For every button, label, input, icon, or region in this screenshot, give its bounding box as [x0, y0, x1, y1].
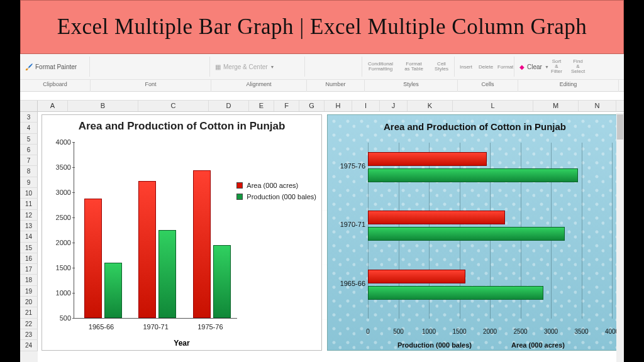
chart2-bar[interactable]: [368, 286, 543, 300]
row-header-12[interactable]: 12: [20, 210, 38, 221]
row-header-7[interactable]: 7: [20, 155, 38, 166]
column-header-N[interactable]: N: [579, 101, 616, 111]
worksheet: ABCDEFGHIJKLMN 3456789101112131415161718…: [20, 92, 624, 362]
legend-swatch-red: [236, 182, 243, 189]
legend-label-production: Production (000 bales): [247, 193, 316, 200]
chart2-bar[interactable]: [368, 211, 505, 224]
chart1-ytick: 1500: [45, 264, 71, 272]
cell-styles-button[interactable]: Cell Styles: [429, 60, 454, 73]
chart1-bar[interactable]: [104, 263, 122, 318]
column-header-D[interactable]: D: [209, 101, 249, 111]
bar-chart[interactable]: Area and Production of Cotton in Punjab …: [327, 114, 623, 351]
chart1-plot-area: 1965-661970-711975-76: [74, 143, 237, 319]
chart1-xtick: 1970-71: [131, 323, 181, 331]
chart1-title: Area and Production of Cotton in Punjab: [42, 115, 321, 134]
chart2-bar[interactable]: [368, 270, 465, 283]
chart1-bar[interactable]: [158, 230, 176, 318]
scrollbar-thumb[interactable]: [617, 114, 623, 140]
chart2-xtick: 3500: [574, 328, 588, 335]
video-title-banner: Excel Multiple Bar Graph | Excel Multipl…: [20, 0, 624, 54]
row-header-17[interactable]: 17: [20, 264, 38, 275]
letterbox-right: [624, 0, 644, 362]
row-header-5[interactable]: 5: [20, 134, 38, 145]
column-header-J[interactable]: J: [380, 101, 408, 111]
ribbon-group-font: Font: [91, 80, 211, 92]
format-label: Format: [497, 64, 513, 70]
chart1-bar[interactable]: [84, 199, 102, 318]
eraser-icon: ◆: [519, 63, 525, 70]
chart2-gridline: [612, 143, 613, 319]
chart1-bar[interactable]: [138, 181, 156, 318]
row-header-19[interactable]: 19: [20, 286, 38, 297]
sort-filter-button[interactable]: Sort & Filter: [546, 58, 567, 75]
clear-button[interactable]: ◆ Clear ▼: [514, 62, 546, 72]
insert-cells-button[interactable]: Insert: [455, 63, 474, 71]
row-header-15[interactable]: 15: [20, 243, 38, 253]
row-header-18[interactable]: 18: [20, 275, 38, 285]
column-header-M[interactable]: M: [533, 101, 579, 111]
grid-canvas[interactable]: Area and Production of Cotton in Punjab …: [38, 112, 624, 362]
conditional-formatting-label: Conditional Formatting: [367, 62, 394, 72]
find-select-label: Find & Select: [571, 59, 585, 74]
sort-filter-label: Sort & Filter: [551, 59, 562, 74]
chart1-ytick: 4000: [45, 138, 71, 146]
vertical-scrollbar[interactable]: [616, 113, 624, 362]
chart1-bar[interactable]: [213, 245, 231, 318]
conditional-formatting-button[interactable]: Conditional Formatting: [362, 60, 399, 73]
column-header-E[interactable]: E: [249, 101, 274, 111]
row-header-4[interactable]: 4: [20, 123, 38, 133]
column-header-G[interactable]: G: [299, 101, 325, 111]
ribbon-group-number: Number: [307, 80, 365, 92]
column-header-K[interactable]: K: [408, 101, 453, 111]
column-chart[interactable]: Area and Production of Cotton in Punjab …: [42, 114, 322, 351]
column-header-F[interactable]: F: [274, 101, 299, 111]
format-as-table-button[interactable]: Format as Table: [399, 60, 429, 73]
row-header-3[interactable]: 3: [20, 112, 38, 123]
merge-center-button[interactable]: ▦ Merge & Center ▼: [210, 62, 304, 72]
ribbon-group-alignment: Alignment: [211, 80, 307, 92]
select-all-triangle[interactable]: [20, 101, 38, 111]
row-header-21[interactable]: 21: [20, 307, 38, 318]
chart2-ytick: 1975-76: [330, 162, 365, 170]
row-headers: 3456789101112131415161718192021222324: [20, 112, 38, 362]
chart2-ytick: 1965-66: [330, 280, 365, 287]
chart2-gridline: [582, 143, 582, 319]
column-header-L[interactable]: L: [453, 101, 533, 111]
chart1-legend: Area (000 acres) Production (000 bales): [236, 178, 316, 204]
row-header-16[interactable]: 16: [20, 253, 38, 264]
format-cells-button[interactable]: Format: [492, 63, 514, 71]
column-header-H[interactable]: H: [325, 101, 352, 111]
chart1-ytick: 2500: [45, 214, 71, 221]
chart2-ytick: 1970-71: [330, 221, 365, 228]
row-header-8[interactable]: 8: [20, 166, 38, 177]
chart1-ytick: 500: [45, 314, 71, 322]
row-header-13[interactable]: 13: [20, 221, 38, 231]
formula-bar[interactable]: [20, 92, 624, 101]
chart2-bar[interactable]: [368, 168, 578, 182]
row-header-9[interactable]: 9: [20, 177, 38, 188]
merge-center-label: Merge & Center: [223, 63, 268, 70]
row-header-24[interactable]: 24: [20, 340, 38, 351]
chart2-xtick: 3000: [544, 328, 558, 335]
find-select-button[interactable]: Find & Select: [567, 58, 589, 75]
legend-swatch-green: [236, 194, 243, 200]
row-header-14[interactable]: 14: [20, 231, 38, 242]
chart2-bar[interactable]: [368, 227, 565, 241]
row-header-23[interactable]: 23: [20, 329, 38, 340]
row-header-11[interactable]: 11: [20, 199, 38, 209]
row-header-20[interactable]: 20: [20, 297, 38, 307]
format-painter-button[interactable]: 🖌️ Format Painter: [20, 62, 89, 72]
column-header-C[interactable]: C: [138, 101, 209, 111]
column-header-A[interactable]: A: [38, 101, 68, 111]
row-header-6[interactable]: 6: [20, 145, 38, 155]
legend-label-area: Area (000 acres): [247, 182, 298, 189]
column-header-B[interactable]: B: [68, 101, 138, 111]
chart1-bar[interactable]: [193, 170, 211, 318]
row-header-22[interactable]: 22: [20, 319, 38, 329]
row-header-10[interactable]: 10: [20, 188, 38, 199]
chart2-bar[interactable]: [368, 152, 487, 166]
chart2-xtick: 500: [393, 328, 404, 335]
chevron-down-icon: ▼: [270, 65, 275, 69]
delete-cells-button[interactable]: Delete: [474, 63, 492, 71]
column-header-I[interactable]: I: [352, 101, 380, 111]
